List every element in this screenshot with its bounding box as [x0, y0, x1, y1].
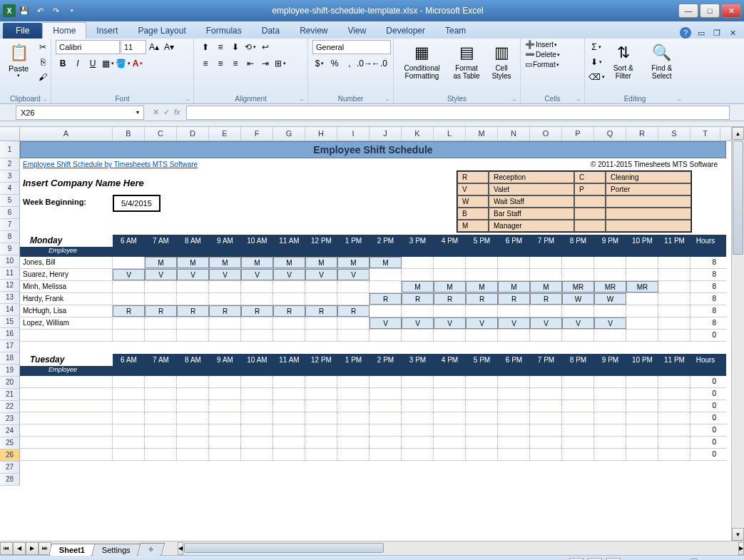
align-middle-icon[interactable]: ≡ — [213, 40, 228, 54]
sheet-nav-first-icon[interactable]: ⏮ — [0, 542, 13, 555]
col-header-F[interactable]: F — [241, 127, 273, 141]
shift-cell[interactable]: R — [273, 305, 305, 317]
shift-cell[interactable] — [370, 424, 402, 436]
shift-cell[interactable] — [370, 449, 402, 460]
shift-cell[interactable] — [658, 257, 691, 268]
row-header-14[interactable]: 14 — [0, 304, 20, 316]
shift-cell[interactable] — [241, 449, 273, 460]
cell-styles-button[interactable]: ▥ Cell Styles — [487, 40, 516, 81]
formula-input[interactable] — [186, 106, 730, 120]
shift-cell[interactable] — [337, 437, 370, 448]
shift-cell[interactable] — [562, 388, 594, 399]
shift-cell[interactable] — [177, 330, 209, 341]
shift-row[interactable]: Minh, MelissaMMMMMMRMRMR8 — [20, 281, 726, 293]
col-header-C[interactable]: C — [145, 127, 177, 141]
shift-cell[interactable] — [594, 388, 626, 399]
shift-cell[interactable] — [658, 412, 691, 424]
shift-cell[interactable] — [434, 269, 466, 280]
shift-cell[interactable] — [562, 412, 594, 424]
shift-cell[interactable]: V — [241, 269, 273, 280]
tab-data[interactable]: Data — [252, 23, 290, 39]
shift-cell[interactable] — [241, 293, 273, 305]
shift-cell[interactable]: R — [145, 305, 177, 317]
shift-cell[interactable] — [273, 424, 305, 436]
shift-cell[interactable] — [209, 281, 241, 292]
shift-cell[interactable] — [273, 376, 305, 387]
shift-cell[interactable]: R — [466, 293, 498, 305]
decrease-font-icon[interactable]: A▾ — [162, 40, 176, 54]
shift-cell[interactable]: V — [434, 317, 466, 329]
qat-redo-icon[interactable]: ↷ — [49, 4, 63, 18]
shift-cell[interactable] — [402, 400, 434, 412]
insert-cells-button[interactable]: ➕Insert▾ — [525, 40, 557, 49]
shift-row[interactable]: Suarez, HenryVVVVVVVV8 — [20, 269, 726, 281]
shift-cell[interactable] — [113, 330, 145, 341]
shift-row[interactable]: 0 — [20, 388, 726, 400]
shift-cell[interactable] — [658, 424, 691, 436]
shift-cell[interactable]: V — [113, 269, 145, 280]
shift-cell[interactable] — [434, 437, 466, 448]
fill-icon[interactable]: ⬇ — [589, 55, 603, 69]
shift-cell[interactable]: W — [562, 293, 594, 305]
shift-cell[interactable] — [466, 305, 498, 317]
shift-row[interactable]: Hardy, FrankRRRRRRWW8 — [20, 293, 726, 305]
row-header-3[interactable]: 3 — [0, 170, 20, 183]
shift-cell[interactable] — [177, 281, 209, 292]
row-header-1[interactable]: 1 — [0, 141, 20, 158]
shift-cell[interactable] — [337, 388, 370, 399]
shift-cell[interactable] — [530, 305, 562, 317]
shift-cell[interactable]: M — [530, 281, 562, 292]
shift-cell[interactable] — [498, 269, 530, 280]
shift-cell[interactable] — [241, 376, 273, 387]
shift-row[interactable]: 0 — [20, 376, 726, 388]
shift-cell[interactable] — [466, 412, 498, 424]
shift-cell[interactable] — [402, 424, 434, 436]
shift-cell[interactable] — [626, 388, 658, 399]
conditional-formatting-button[interactable]: ▦ Conditional Formatting — [398, 40, 446, 81]
shift-cell[interactable] — [530, 424, 562, 436]
sheet-nav-next-icon[interactable]: ▶ — [26, 542, 39, 555]
merge-icon[interactable]: ⊞ — [273, 56, 287, 71]
italic-button[interactable]: I — [71, 56, 85, 71]
format-cells-button[interactable]: ▭Format▾ — [525, 60, 559, 69]
shift-cell[interactable] — [594, 257, 626, 268]
shift-cell[interactable] — [145, 293, 177, 305]
number-format-select[interactable] — [312, 40, 391, 54]
wrap-text-icon[interactable]: ↩ — [258, 40, 272, 54]
shift-cell[interactable]: R — [241, 305, 273, 317]
row-header-19[interactable]: 19 — [0, 365, 20, 377]
shift-cell[interactable]: V — [498, 317, 530, 329]
qat-customize-icon[interactable] — [64, 4, 78, 18]
font-size-select[interactable] — [121, 40, 146, 54]
shift-cell[interactable] — [434, 388, 466, 399]
shift-cell[interactable] — [273, 293, 305, 305]
shift-cell[interactable] — [241, 317, 273, 329]
shift-cell[interactable] — [626, 269, 658, 280]
shift-cell[interactable] — [530, 400, 562, 412]
shift-cell[interactable] — [658, 305, 691, 317]
shift-cell[interactable]: R — [209, 305, 241, 317]
doc-restore-icon[interactable]: ❐ — [711, 27, 723, 39]
shift-cell[interactable] — [434, 330, 466, 341]
row-header-10[interactable]: 10 — [0, 255, 20, 268]
tab-page-layout[interactable]: Page Layout — [128, 23, 195, 39]
shift-cell[interactable] — [370, 330, 402, 341]
shift-cell[interactable] — [145, 317, 177, 329]
shift-cell[interactable] — [305, 400, 337, 412]
shift-cell[interactable] — [626, 317, 658, 329]
shift-cell[interactable] — [209, 293, 241, 305]
decrease-indent-icon[interactable]: ⇤ — [243, 56, 258, 71]
tab-team[interactable]: Team — [435, 23, 476, 39]
minimize-button[interactable]: — — [678, 4, 698, 18]
align-top-icon[interactable]: ⬆ — [198, 40, 213, 54]
file-tab[interactable]: File — [3, 23, 42, 39]
shift-cell[interactable]: R — [113, 305, 145, 317]
increase-indent-icon[interactable]: ⇥ — [258, 56, 272, 71]
shift-cell[interactable] — [241, 400, 273, 412]
scroll-right-icon[interactable]: ▶ — [738, 542, 744, 555]
shift-cell[interactable] — [113, 437, 145, 448]
shift-cell[interactable] — [177, 412, 209, 424]
shift-cell[interactable] — [113, 317, 145, 329]
shift-cell[interactable] — [305, 317, 337, 329]
shift-cell[interactable] — [498, 400, 530, 412]
